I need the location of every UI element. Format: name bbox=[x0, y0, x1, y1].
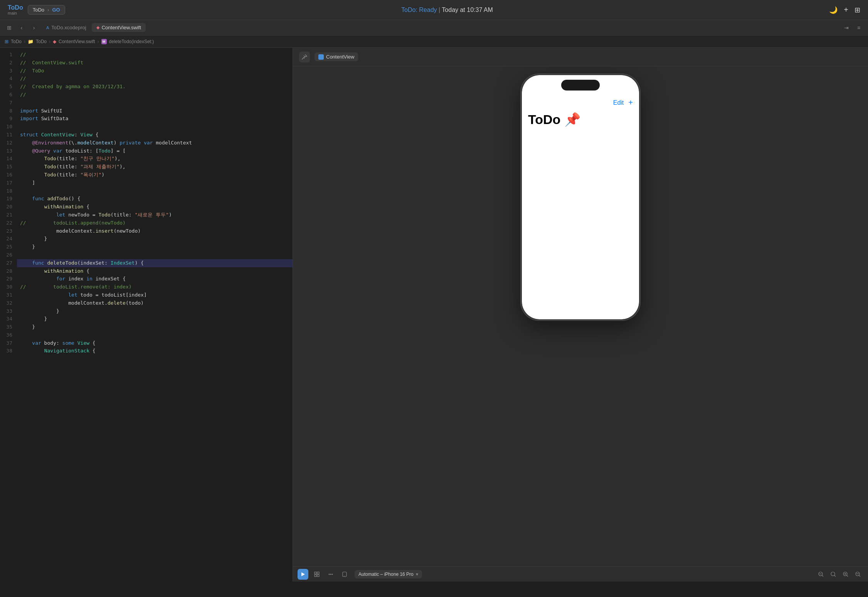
device-selector[interactable]: Automatic – iPhone 16 Pro ▾ bbox=[355, 570, 422, 579]
code-line: for index in indexSet { bbox=[17, 275, 293, 283]
device-button[interactable] bbox=[339, 569, 350, 580]
view-icon bbox=[318, 54, 324, 60]
code-line bbox=[17, 331, 293, 339]
indent-button[interactable]: ⇥ bbox=[842, 23, 851, 32]
iphone-mockup: Edit + ToDo 📌 bbox=[521, 74, 640, 320]
svg-point-7 bbox=[332, 574, 333, 575]
code-line: // bbox=[17, 75, 293, 83]
project-icon: ⊞ bbox=[5, 39, 8, 44]
toolbar: ⊞ ‹ › A ToDo.xcodeproj ◆ ContentView.swi… bbox=[0, 20, 868, 35]
forward-button[interactable]: › bbox=[29, 23, 39, 32]
view-label: ContentView bbox=[326, 54, 354, 60]
code-line: Todo(title: "과제 제출하기"), bbox=[17, 163, 293, 171]
dark-mode-icon[interactable]: 🌙 bbox=[829, 6, 838, 14]
breadcrumb-contentview[interactable]: ◆ ContentView.swift bbox=[53, 39, 95, 44]
preview-content: Edit + ToDo 📌 bbox=[293, 66, 868, 566]
scheme-selector[interactable]: ToDo › GO bbox=[28, 5, 65, 15]
code-line: } bbox=[17, 323, 293, 331]
code-line: // ContentView.swift bbox=[17, 59, 293, 67]
code-line: @Environment(\.modelContext) private var… bbox=[17, 139, 293, 147]
code-line: } bbox=[17, 307, 293, 315]
swift-icon: ◆ bbox=[96, 25, 99, 30]
add-todo-button[interactable]: + bbox=[628, 98, 633, 107]
iphone-nav-bar: Edit + bbox=[528, 98, 633, 107]
code-line: var body: some View { bbox=[17, 339, 293, 347]
zoom-controls bbox=[816, 569, 863, 580]
title-bar: ToDo main ToDo › GO ToDo: Ready | Today … bbox=[0, 0, 868, 20]
code-lines[interactable]: // // ContentView.swift // ToDo // // Cr… bbox=[17, 48, 293, 582]
pin-button[interactable] bbox=[299, 52, 310, 62]
svg-marker-0 bbox=[301, 572, 305, 576]
sidebar-toggle[interactable]: ⊞ bbox=[5, 23, 14, 32]
scheme-label: ToDo bbox=[33, 7, 44, 13]
play-button[interactable] bbox=[298, 569, 308, 580]
grid-button[interactable] bbox=[325, 569, 336, 580]
title-bar-left: ToDo main ToDo › GO bbox=[8, 5, 65, 15]
breadcrumb-sep-2: › bbox=[49, 39, 50, 44]
svg-point-13 bbox=[831, 572, 835, 576]
iphone-screen: Edit + ToDo 📌 bbox=[522, 75, 639, 319]
code-line-active: func deleteTodo(indexSet: IndexSet) { bbox=[17, 259, 293, 267]
code-line: } bbox=[17, 235, 293, 243]
app-title: ToDo 📌 bbox=[528, 112, 633, 127]
code-line: Todo(title: "폭쉬기") bbox=[17, 171, 293, 179]
content-view-selector[interactable]: ContentView bbox=[315, 52, 358, 61]
breadcrumb-todo-1[interactable]: ⊞ ToDo bbox=[5, 39, 22, 44]
toolbar-right: ⇥ ≡ bbox=[842, 23, 863, 32]
svg-line-14 bbox=[834, 575, 836, 577]
svg-rect-2 bbox=[317, 572, 319, 574]
code-line: NavigationStack { bbox=[17, 347, 293, 355]
zoom-in-button[interactable] bbox=[840, 569, 851, 580]
svg-line-12 bbox=[822, 575, 823, 577]
svg-line-20 bbox=[859, 575, 860, 577]
code-line: withAnimation { bbox=[17, 267, 293, 275]
back-button[interactable]: ‹ bbox=[17, 23, 26, 32]
svg-rect-1 bbox=[315, 572, 316, 574]
code-line: struct ContentView: View { bbox=[17, 131, 293, 139]
tab-bar: A ToDo.xcodeproj ◆ ContentView.swift bbox=[42, 23, 839, 32]
iphone-notch bbox=[561, 80, 600, 91]
svg-point-9 bbox=[344, 575, 345, 576]
tab-contentview-label: ContentView.swift bbox=[102, 25, 141, 30]
code-line: withAnimation { bbox=[17, 203, 293, 211]
breadcrumb-method[interactable]: M deleteTodo(indexSet:) bbox=[101, 39, 154, 44]
code-line: // ToDo bbox=[17, 67, 293, 75]
xcode-icon: A bbox=[46, 25, 49, 30]
code-line bbox=[17, 123, 293, 131]
code-line: import SwiftUI bbox=[17, 107, 293, 115]
code-line: func addTodo() { bbox=[17, 195, 293, 203]
breadcrumb-sep-3: › bbox=[98, 39, 99, 44]
layout-button[interactable]: ⊞ bbox=[855, 6, 860, 14]
zoom-100-button[interactable] bbox=[828, 569, 839, 580]
code-line: } bbox=[17, 315, 293, 323]
code-line: Todo(title: "친구 만나기"), bbox=[17, 155, 293, 163]
code-line: // bbox=[17, 91, 293, 99]
breadcrumb-todo-2[interactable]: 📁 ToDo bbox=[28, 39, 47, 44]
code-editor[interactable]: 12345 678910 1112131415 1617181920 21222… bbox=[0, 48, 293, 582]
tab-xcodeproj[interactable]: A ToDo.xcodeproj bbox=[42, 23, 91, 32]
code-line bbox=[17, 99, 293, 107]
list-button[interactable]: ≡ bbox=[854, 23, 863, 32]
code-content: 12345 678910 1112131415 1617181920 21222… bbox=[0, 48, 293, 582]
code-line bbox=[17, 187, 293, 195]
zoom-out-button[interactable] bbox=[816, 569, 826, 580]
main-layout: 12345 678910 1112131415 1617181920 21222… bbox=[0, 48, 868, 582]
breadcrumb-sep-1: › bbox=[24, 39, 25, 44]
edit-button[interactable]: Edit bbox=[613, 99, 624, 106]
svg-rect-3 bbox=[315, 575, 316, 577]
code-line: // bbox=[17, 51, 293, 59]
code-line: modelContext.insert(newTodo) bbox=[17, 227, 293, 235]
app-name: ToDo bbox=[8, 5, 23, 11]
code-line bbox=[17, 251, 293, 259]
code-line: let newTodo = Todo(title: "새로운 투두") bbox=[17, 211, 293, 219]
line-numbers: 12345 678910 1112131415 1617181920 21222… bbox=[0, 48, 17, 582]
tab-contentview[interactable]: ◆ ContentView.swift bbox=[92, 23, 146, 32]
iphone-content: Edit + ToDo 📌 bbox=[522, 75, 639, 319]
svg-rect-4 bbox=[317, 575, 319, 577]
swift-file-icon: ◆ bbox=[53, 39, 56, 44]
inspect-button[interactable] bbox=[311, 569, 322, 580]
chevron-down-icon: ▾ bbox=[416, 572, 418, 577]
add-button[interactable]: + bbox=[844, 5, 848, 14]
code-line: @Query var todoList: [Todo] = [ bbox=[17, 147, 293, 155]
zoom-fit-button[interactable] bbox=[853, 569, 863, 580]
